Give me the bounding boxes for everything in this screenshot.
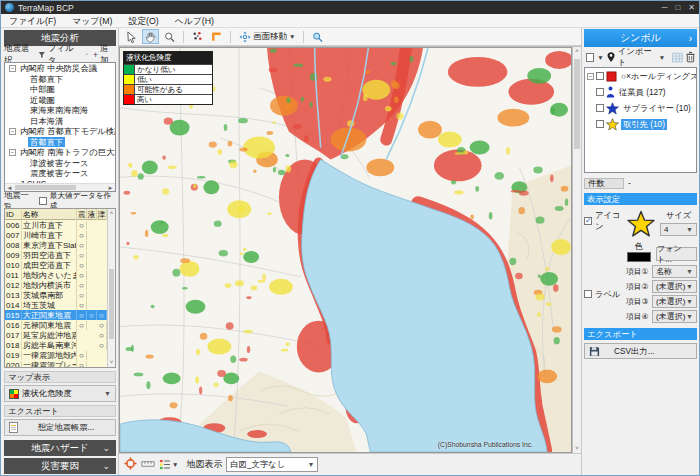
chevron-down-icon: ▼ [172, 461, 178, 468]
field-select[interactable]: (未選択)▼ [652, 295, 697, 308]
column-header-tsu: 津 [97, 209, 107, 220]
scroll-down-arrow[interactable]: ˅ [108, 358, 115, 367]
tree-item[interactable]: 中部圏 [5, 84, 115, 95]
table-row[interactable]: 020一律震源プレート..○ [5, 360, 107, 368]
map-style-select[interactable]: 白図_文字なし ▼ [226, 457, 318, 472]
label-color-swatch[interactable] [627, 252, 651, 262]
shape-box-icon[interactable] [586, 53, 594, 62]
tree-item[interactable]: −内閣府 中央防災会議 [5, 63, 115, 74]
column-header-id: ID [5, 210, 22, 219]
pan-hand-icon[interactable] [142, 29, 159, 44]
table-row[interactable]: 009羽田空港直下○ [5, 250, 107, 260]
table-row[interactable]: 017延宝房総沖地震○ [5, 330, 107, 340]
scroll-up-arrow[interactable]: ˄ [573, 47, 581, 56]
symbol-checkbox[interactable] [596, 88, 604, 96]
symbol-tree-item[interactable]: −○×ホールディングス (3) [585, 68, 696, 84]
table-vertical-scrollbar[interactable]: ˄ ˅ [107, 209, 115, 367]
table-row[interactable]: 019一律震源地殻内..○ [5, 350, 107, 360]
map-canvas[interactable]: 液状化危険度 かなり低い低い可能性がある高い (C)Shobunsha Publ… [119, 47, 572, 453]
label-checkbox[interactable] [584, 290, 592, 298]
tree-item[interactable]: 東海東南海南海 [5, 105, 115, 116]
import-button[interactable]: インポート [618, 46, 656, 68]
quake-report-button[interactable]: 想定地震帳票... [4, 419, 116, 436]
symbol-tree-item[interactable]: サプライヤー (10) [585, 100, 696, 116]
label-field-row: 項目①名称▼ [626, 265, 697, 278]
symbol-tree-item[interactable]: 取引先 (10) [585, 116, 696, 132]
field-select[interactable]: (未選択)▼ [652, 310, 697, 323]
table-row[interactable]: 018房総半島南東沖○ [5, 340, 107, 350]
tree-item[interactable]: 首都直下 [5, 74, 115, 85]
scale-ruler-icon[interactable] [141, 459, 155, 471]
tree-item[interactable]: −内閣府 南海トラフの巨大地震モデル検 [5, 147, 115, 158]
symbol-checkbox[interactable] [596, 72, 604, 80]
tree-item[interactable]: 震度被害ケース [5, 168, 115, 179]
table-row[interactable]: 016元禄関東地震○○ [5, 320, 107, 330]
menu-item[interactable]: ヘルプ(H) [167, 14, 222, 28]
disaster-factor-accordion-bar[interactable]: 災害要因 ⌄ [4, 458, 116, 474]
size-select[interactable]: 4 ▼ [660, 223, 697, 236]
cluster-icon[interactable] [189, 29, 206, 44]
table-row[interactable]: 007川崎市直下○ [5, 230, 107, 240]
symbol-tree-item[interactable]: 従業員 (127) [585, 84, 696, 100]
trash-icon[interactable] [686, 51, 695, 63]
tree-expander-icon[interactable]: − [9, 149, 16, 156]
table-row[interactable]: 006立川市直下○ [5, 220, 107, 230]
table-row[interactable]: 012地殻内横浜市○ [5, 280, 107, 290]
table-row[interactable]: 014埼玉茨城○ [5, 300, 107, 310]
tree-item[interactable]: 近畿圏 [5, 95, 115, 106]
pin-icon[interactable] [607, 51, 615, 63]
corner-flag-icon[interactable] [208, 29, 225, 44]
symbol-checkbox[interactable] [596, 104, 604, 112]
max-data-checkbox[interactable] [39, 197, 47, 205]
maximize-button[interactable]: □ [675, 3, 680, 12]
symbol-panel-header[interactable]: シンボル › [584, 29, 697, 47]
layer-select-dropdown[interactable]: 液状化危険度 ▼ [4, 385, 116, 402]
tree-item[interactable]: 日本海溝 [5, 116, 115, 127]
collapse-arrow-icon[interactable]: › [689, 33, 692, 44]
field-select[interactable]: (未選択)▼ [652, 280, 697, 293]
tree-horizontal-scrollbar[interactable]: ◄ ► [5, 183, 115, 191]
scroll-left-arrow[interactable]: ◄ [5, 184, 14, 192]
menu-item[interactable]: ファイル(F) [1, 14, 64, 28]
tree-expander-icon[interactable]: − [9, 128, 16, 135]
tree-item[interactable]: 津波被害ケース [5, 158, 115, 169]
center-crosshair-icon[interactable] [124, 457, 137, 472]
tree-item[interactable]: 首都直下 [5, 137, 115, 148]
table-row[interactable]: 010成田空港直下○ [5, 260, 107, 270]
pan-move-icon[interactable]: 画面移動 ▼ [236, 29, 298, 44]
map-vertical-scrollbar[interactable]: ˄ ˅ [572, 47, 581, 453]
menu-item[interactable]: 設定(O) [120, 14, 166, 28]
scroll-down-arrow[interactable]: ˅ [573, 444, 581, 453]
table-row[interactable]: 015大正関東地震○○○ [5, 310, 107, 320]
cell-tsu: ○ [97, 331, 107, 340]
field-value: (未選択) [656, 281, 685, 292]
separator-dot: ・ [82, 49, 91, 61]
zoom-search-icon[interactable] [309, 29, 326, 44]
table-row[interactable]: 013茨城県南部○ [5, 290, 107, 300]
map-statusbar: ▼ 地図表示 白図_文字なし ▼ [119, 453, 581, 475]
table-row[interactable]: 008東京湾直下Slab○ [5, 240, 107, 250]
tree-expander-icon[interactable]: − [587, 73, 594, 80]
label-checkbox-label: ラベル [595, 289, 620, 300]
font-button[interactable]: フォント... [656, 247, 697, 261]
hazard-accordion-bar[interactable]: 地震ハザード ⌄ [4, 440, 116, 456]
table-row[interactable]: 011地殻内さいたま市○ [5, 270, 107, 280]
select-cursor-icon[interactable] [123, 29, 140, 44]
cell-name: 一律震源プレート.. [22, 360, 77, 369]
scroll-right-arrow[interactable]: ► [106, 184, 115, 192]
legend-list-icon[interactable]: ▼ [159, 459, 178, 470]
tree-item[interactable]: −内閣府 首都直下モデル検討会 [5, 126, 115, 137]
symbol-checkbox[interactable] [596, 120, 604, 128]
close-button[interactable]: ✕ [688, 3, 695, 12]
tree-item-label: 首都直下 [28, 137, 65, 148]
scroll-up-arrow[interactable]: ˄ [108, 209, 115, 218]
minimize-button[interactable]: ─ [662, 3, 668, 12]
csv-export-button[interactable]: CSV出力... [584, 343, 697, 359]
chevron-down-icon: ▼ [289, 33, 295, 40]
table-icon[interactable] [672, 52, 683, 63]
icon-checkbox[interactable] [584, 217, 592, 225]
tree-expander-icon[interactable]: − [9, 65, 16, 72]
menu-item[interactable]: マップ(M) [64, 14, 120, 28]
zoom-icon[interactable] [161, 29, 178, 44]
field-select[interactable]: 名称▼ [652, 265, 697, 278]
